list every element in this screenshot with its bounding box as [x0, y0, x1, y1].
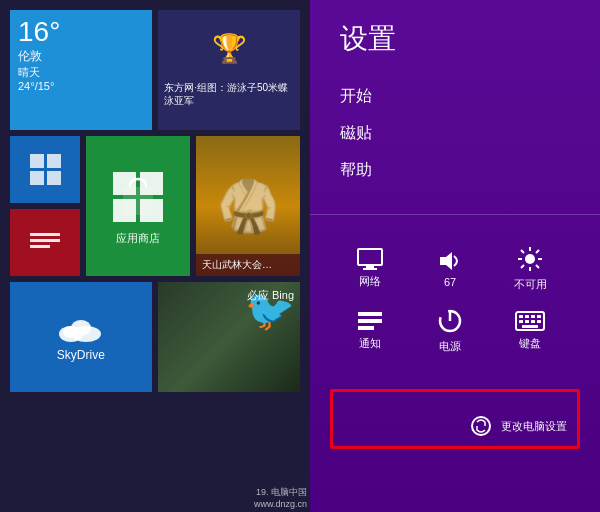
notification-icon: [356, 310, 384, 332]
svg-line-26: [536, 265, 539, 268]
tile-row-1: 16° 伦敦 晴天 24°/15° 🏆 东方网·组图：游泳子50米蝶泳亚军: [10, 10, 300, 130]
svg-rect-6: [30, 245, 50, 248]
svg-rect-37: [531, 315, 535, 318]
news-trophy-area: 🏆: [164, 16, 294, 81]
bing-tile[interactable]: 🐦 必应 Bing: [158, 282, 300, 392]
news-text: 东方网·组图：游泳子50米蝶泳亚军: [164, 81, 294, 107]
small-col: [10, 136, 80, 276]
settings-refresh-icon: [469, 414, 493, 438]
menu-item-tiles[interactable]: 磁贴: [340, 115, 570, 152]
svg-rect-30: [358, 319, 382, 323]
qs-keyboard-label: 键盘: [519, 336, 541, 351]
svg-rect-2: [30, 171, 44, 185]
small-blue-tile[interactable]: [10, 136, 80, 203]
svg-rect-31: [358, 326, 374, 330]
change-settings-button[interactable]: 更改电脑设置: [501, 419, 567, 434]
svg-rect-29: [358, 312, 382, 316]
martial-tile[interactable]: 🥋 天山武林大会…: [196, 136, 300, 276]
watermark: 19. 电脑中国 www.dnzg.cn: [254, 486, 307, 509]
weather-range: 24°/15°: [18, 80, 54, 92]
power-icon: [436, 307, 464, 335]
martial-figure: 🥋: [217, 177, 279, 235]
svg-rect-0: [30, 154, 44, 168]
qs-volume[interactable]: 67: [420, 250, 480, 288]
martial-text: 天山武林大会…: [202, 259, 272, 270]
svg-rect-41: [531, 320, 535, 323]
settings-title: 设置: [340, 20, 570, 58]
svg-line-25: [521, 250, 524, 253]
keyboard-icon: [515, 310, 545, 332]
weather-city: 伦敦: [18, 48, 42, 65]
small-tile-icon: [28, 152, 63, 187]
main-container: 16° 伦敦 晴天 24°/15° 🏆 东方网·组图：游泳子50米蝶泳亚军: [0, 0, 600, 512]
svg-marker-19: [440, 252, 452, 270]
qs-volume-label: 67: [444, 276, 456, 288]
qs-keyboard[interactable]: 键盘: [500, 310, 560, 351]
svg-rect-5: [30, 239, 60, 242]
svg-rect-42: [537, 320, 541, 323]
right-panel: 设置 开始 磁贴 帮助 网络: [310, 0, 600, 512]
store-icon: [108, 167, 168, 227]
qs-row-1: 网络 67: [340, 245, 570, 292]
svg-rect-3: [47, 171, 61, 185]
qs-brightness[interactable]: 不可用: [500, 245, 560, 292]
svg-rect-39: [519, 320, 523, 323]
martial-overlay: 天山武林大会…: [196, 254, 300, 276]
weather-condition: 晴天: [18, 65, 40, 80]
svg-rect-40: [525, 320, 529, 323]
qs-notification-label: 通知: [359, 336, 381, 351]
settings-header: 设置 开始 磁贴 帮助: [310, 0, 600, 199]
trophy-icon: 🏆: [212, 32, 247, 65]
svg-line-27: [536, 250, 539, 253]
weather-tile[interactable]: 16° 伦敦 晴天 24°/15°: [10, 10, 152, 130]
watermark-line2: www.dnzg.cn: [254, 499, 307, 509]
svg-rect-38: [537, 315, 541, 318]
menu-item-start[interactable]: 开始: [340, 78, 570, 115]
tile-row-2: 应用商店 🥋 天山武林大会…: [10, 136, 300, 276]
change-settings-row: 更改电脑设置: [469, 414, 567, 438]
svg-rect-11: [123, 187, 153, 215]
svg-line-28: [521, 265, 524, 268]
skydrive-tile[interactable]: SkyDrive: [10, 282, 152, 392]
svg-rect-18: [363, 268, 377, 270]
svg-rect-35: [519, 315, 523, 318]
cloud-icon: [56, 312, 106, 344]
qs-power-label: 电源: [439, 339, 461, 354]
tile-grid: 16° 伦敦 晴天 24°/15° 🏆 东方网·组图：游泳子50米蝶泳亚军: [10, 10, 300, 502]
news-tile[interactable]: 🏆 东方网·组图：游泳子50米蝶泳亚军: [158, 10, 300, 130]
news-icon: [30, 233, 60, 253]
svg-point-20: [525, 254, 535, 264]
qs-network-label: 网络: [359, 274, 381, 289]
tile-row-3: SkyDrive 🐦 必应 Bing: [10, 282, 300, 392]
svg-rect-16: [358, 249, 382, 265]
monitor-icon: [356, 248, 384, 270]
skydrive-label: SkyDrive: [57, 348, 105, 362]
svg-rect-43: [522, 325, 538, 328]
brightness-icon: [516, 245, 544, 273]
menu-item-help[interactable]: 帮助: [340, 152, 570, 189]
left-panel: 16° 伦敦 晴天 24°/15° 🏆 东方网·组图：游泳子50米蝶泳亚军: [0, 0, 310, 512]
qs-power[interactable]: 电源: [420, 307, 480, 354]
svg-rect-36: [525, 315, 529, 318]
watermark-line1: 19. 电脑中国: [254, 486, 307, 499]
qs-network[interactable]: 网络: [340, 248, 400, 289]
qs-brightness-label: 不可用: [514, 277, 547, 292]
settings-divider: [310, 214, 600, 215]
volume-icon: [436, 250, 464, 272]
quick-settings: 网络 67: [310, 230, 600, 379]
svg-rect-4: [30, 233, 60, 236]
svg-rect-17: [366, 265, 374, 268]
svg-point-15: [63, 326, 79, 338]
settings-bottom-area: 更改电脑设置: [330, 389, 580, 449]
svg-rect-1: [47, 154, 61, 168]
store-tile[interactable]: 应用商店: [86, 136, 190, 276]
settings-menu: 开始 磁贴 帮助: [340, 78, 570, 189]
bing-label: 必应 Bing: [247, 288, 294, 303]
qs-row-2: 通知 电源: [340, 307, 570, 354]
qs-notification[interactable]: 通知: [340, 310, 400, 351]
small-red-tile[interactable]: [10, 209, 80, 276]
weather-temp: 16°: [18, 18, 60, 46]
store-label: 应用商店: [116, 231, 160, 246]
